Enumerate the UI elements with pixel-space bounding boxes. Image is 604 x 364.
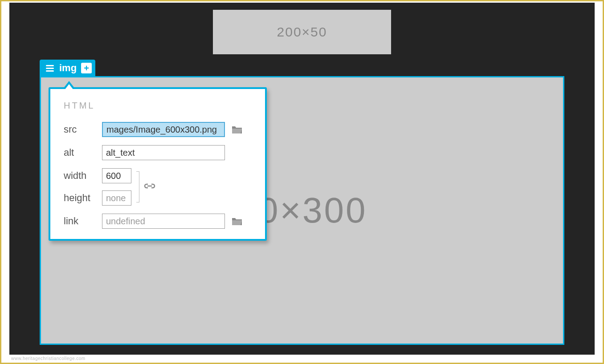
- watermark-text: www.heritagechristiancollege.com: [11, 356, 86, 361]
- folder-icon[interactable]: [231, 125, 243, 134]
- editor-canvas: 200×50 00×300 img + HTML src alt width: [9, 3, 595, 355]
- dimension-bracket: [134, 171, 139, 202]
- width-label: width: [64, 170, 102, 182]
- link-field-row: link: [64, 213, 252, 229]
- alt-field-row: alt: [64, 145, 252, 161]
- folder-icon[interactable]: [231, 216, 243, 226]
- menu-icon[interactable]: [43, 65, 57, 72]
- element-tag-name: img: [59, 62, 77, 74]
- width-input[interactable]: [102, 168, 131, 183]
- add-element-button[interactable]: +: [81, 63, 92, 73]
- link-input[interactable]: [102, 214, 225, 229]
- height-field-row: height: [64, 190, 252, 206]
- element-properties-popover: HTML src alt width height: [49, 87, 267, 241]
- width-field-row: width: [64, 168, 252, 184]
- link-label: link: [64, 215, 102, 227]
- alt-input[interactable]: [102, 145, 225, 160]
- placeholder-dimensions: 200×50: [277, 24, 327, 40]
- src-field-row: src: [64, 121, 252, 138]
- height-label: height: [64, 192, 102, 204]
- header-image-placeholder[interactable]: 200×50: [213, 10, 391, 54]
- link-dimensions-icon[interactable]: [144, 182, 155, 192]
- src-label: src: [64, 124, 102, 135]
- src-input[interactable]: [102, 122, 225, 137]
- section-title: HTML: [64, 101, 252, 111]
- dimensions-group: width height: [64, 168, 252, 206]
- height-input[interactable]: [102, 190, 131, 206]
- alt-label: alt: [64, 147, 102, 158]
- element-tag-bar: img +: [40, 60, 95, 77]
